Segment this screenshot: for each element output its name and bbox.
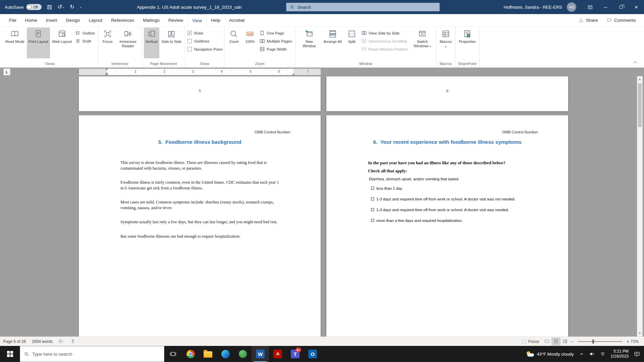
comments-button[interactable]: Comments [607,18,636,23]
collapse-ribbon-button[interactable] [632,60,639,65]
search-input[interactable] [297,5,436,10]
tab-design[interactable]: Design [62,14,85,26]
side-to-side-button[interactable]: Side to Side [160,27,183,58]
horizontal-ruler[interactable]: 1 1 2 3 4 5 6 7 [79,69,321,75]
tab-stop-selector[interactable]: L [3,68,10,75]
tab-review[interactable]: Review [164,14,187,26]
volume-button[interactable] [589,351,595,357]
split-button[interactable]: Split [344,27,360,58]
action-center-button[interactable] [634,351,640,357]
zoom-percentage[interactable]: 71% [631,339,644,344]
green-app-taskbar-button[interactable] [234,346,252,362]
hanging-indent-marker[interactable] [105,72,108,75]
word-taskbar-button[interactable]: W [252,346,269,362]
view-side-by-side-button[interactable]: View Side by Side [360,29,410,37]
taskbar-search-box[interactable] [20,346,164,362]
taskbar-search-input[interactable] [32,352,160,357]
undo-button[interactable]: ↺ ⌄ [57,4,65,10]
show-hidden-icons-button[interactable] [579,352,584,356]
search-bar[interactable] [286,3,440,11]
tab-layout[interactable]: Layout [85,14,107,26]
focus-button[interactable]: Focus [100,27,115,58]
zoom-in-button[interactable]: + [625,339,631,344]
proofing-errors-button[interactable] [56,337,67,346]
switch-windows-button[interactable]: Switch Windows ▾ [410,27,434,58]
start-button[interactable] [0,346,20,362]
word-count[interactable]: 2854 words [29,337,56,346]
ruler-checkbox[interactable]: ✓ Ruler [187,29,222,37]
survey-option: 1-3 days and required time off from work… [371,197,568,202]
side-to-side-label: Side to Side [162,40,181,44]
weather-widget[interactable]: 43°F Mostly cloudy [526,351,574,357]
navigation-pane-checkbox[interactable]: Navigation Pane [187,46,222,53]
customize-qat-button[interactable]: ⌄ [79,5,82,9]
tab-mailings[interactable]: Mailings [139,14,164,26]
task-view-button[interactable] [164,346,182,362]
zoom-100-button[interactable]: 100 100% [242,27,258,58]
outline-button[interactable]: Outline [74,29,96,37]
svg-text:S: S [468,34,469,37]
file-explorer-taskbar-button[interactable] [199,346,217,362]
zoom-slider[interactable] [578,341,622,342]
vertical-button[interactable]: Vertical [144,27,159,58]
accessibility-checker-button[interactable] [67,337,78,346]
network-button[interactable] [600,351,605,357]
tab-view[interactable]: View [187,14,207,27]
immersive-reader-button[interactable]: Immersive Reader [116,27,140,58]
avatar[interactable]: HS [567,2,576,12]
scrollbar-thumb[interactable] [638,83,642,127]
new-window-button[interactable]: New Window [297,27,321,58]
multiple-pages-button[interactable]: Multiple Pages [258,38,293,45]
chrome-taskbar-button[interactable] [182,346,199,362]
close-button[interactable]: ✕ [629,0,644,14]
web-layout-view-button[interactable] [560,338,570,346]
autosave-toggle[interactable]: AutoSave Off [5,4,42,10]
page-left[interactable]: OMB Control Number: 5. Foodborne illness… [79,115,321,337]
web-layout-button[interactable]: Web Layout [51,27,74,58]
teams-taskbar-button[interactable]: T 9+ [286,346,304,362]
tab-insert[interactable]: Insert [42,14,62,26]
gridlines-checkbox[interactable]: Gridlines [187,38,222,45]
autosave-switch[interactable]: Off [26,4,42,10]
acrobat-taskbar-button[interactable] [269,346,286,362]
scroll-up-icon[interactable]: ▲ [637,76,642,82]
edge-taskbar-button[interactable] [217,346,234,362]
zoom-slider-thumb[interactable] [592,340,594,344]
right-indent-marker[interactable] [292,73,295,75]
survey-instruction: Check all that apply: [368,168,527,174]
document-canvas[interactable]: 5 6 OMB Control Number: 5. Foodborne ill… [0,76,644,337]
page-5-bottom[interactable]: 5 [79,76,321,111]
properties-button[interactable]: S Properties [457,27,477,58]
print-layout-view-button[interactable] [551,338,560,346]
tab-file[interactable]: File [5,14,21,26]
zoom-out-button[interactable]: − [570,339,575,344]
macros-button[interactable]: Macros ▾ [438,27,453,58]
vertical-scrollbar[interactable]: ▲ ▼ [637,76,643,337]
save-button[interactable] [47,4,52,10]
tab-home[interactable]: Home [21,14,42,26]
zoom-button[interactable]: Zoom [226,27,241,58]
page-right[interactable]: OMB Control Number: 6. Your recent exper… [326,115,568,337]
share-button[interactable]: Share [579,18,598,23]
page-indicator[interactable]: Page 5 of 26 [0,337,29,346]
page-width-button[interactable]: Page Width [258,46,293,53]
restore-button[interactable] [613,0,629,14]
print-layout-button[interactable]: Print Layout [27,27,50,58]
read-mode-button[interactable]: Read Mode [4,27,26,58]
tab-help[interactable]: Help [207,14,225,26]
ribbon-display-options-button[interactable] [582,0,598,14]
read-mode-view-button[interactable] [542,338,551,346]
outlook-taskbar-button[interactable]: O [304,346,321,362]
page-6-bottom[interactable]: 6 [326,76,568,111]
one-page-button[interactable]: One Page [258,29,293,37]
redo-button[interactable]: ↻ [70,4,74,10]
tab-acrobat[interactable]: Acrobat [225,14,249,26]
arrange-all-button[interactable]: Arrange All [322,27,343,58]
focus-mode-button[interactable]: Focus [519,337,542,346]
clock[interactable]: 5:21 PM 1/19/2023 [611,349,629,359]
tab-references[interactable]: References [107,14,139,26]
draft-button[interactable]: Draft [74,38,96,45]
minimize-button[interactable]: ─ [598,0,613,14]
first-line-indent-marker[interactable] [105,69,108,71]
scroll-down-icon[interactable]: ▼ [637,330,642,336]
